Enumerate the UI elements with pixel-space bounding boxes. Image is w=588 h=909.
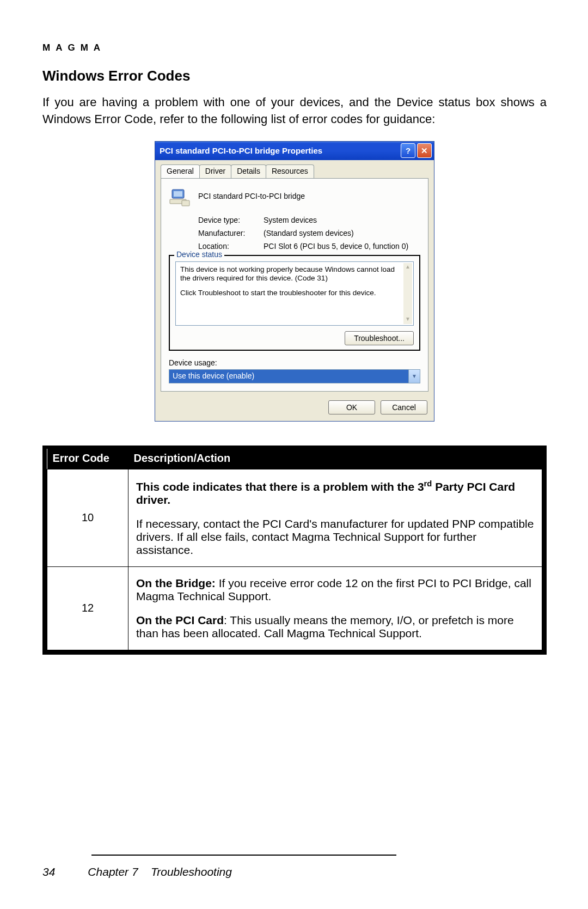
row1-sup: rd bbox=[424, 479, 432, 488]
status-line-2: Click Troubleshoot to start the troubles… bbox=[180, 289, 402, 298]
status-scrollbar[interactable]: ▲ ▼ bbox=[403, 263, 412, 324]
error-description: This code indicates that there is a prob… bbox=[128, 469, 542, 566]
col-error-code: Error Code bbox=[47, 449, 128, 469]
device-usage-value: Use this device (enable) bbox=[169, 370, 408, 383]
row2-b1-label: On the Bridge: bbox=[136, 577, 216, 589]
svg-rect-1 bbox=[174, 191, 182, 197]
chevron-down-icon: ▼ bbox=[408, 370, 420, 383]
tab-panel-general: PCI standard PCI-to-PCI bridge Device ty… bbox=[161, 178, 428, 392]
cancel-button[interactable]: Cancel bbox=[381, 400, 427, 414]
col-description: Description/Action bbox=[128, 449, 542, 469]
device-status-label: Device status bbox=[174, 250, 224, 259]
page-footer: 34 Chapter 7 Troubleshooting bbox=[42, 855, 547, 879]
device-icon bbox=[169, 185, 191, 207]
scroll-up-icon: ▲ bbox=[403, 263, 412, 272]
close-button[interactable]: ✕ bbox=[417, 143, 432, 158]
device-name: PCI standard PCI-to-PCI bridge bbox=[198, 192, 305, 200]
tab-general[interactable]: General bbox=[161, 164, 200, 178]
tab-resources[interactable]: Resources bbox=[266, 164, 314, 178]
page-number: 34 bbox=[42, 865, 55, 879]
device-status-text: This device is not working properly beca… bbox=[175, 261, 414, 326]
tabs-row: General Driver Details Resources bbox=[155, 160, 434, 178]
row1-bold-a: This code indicates that there is a prob… bbox=[136, 480, 424, 493]
error-code-value: 12 bbox=[47, 566, 128, 650]
close-icon: ✕ bbox=[421, 146, 428, 156]
scroll-down-icon: ▼ bbox=[403, 315, 412, 324]
device-status-group: Device status This device is not working… bbox=[169, 255, 420, 351]
brand-header: MAGMA bbox=[42, 42, 547, 53]
dialog-title: PCI standard PCI-to-PCI bridge Propertie… bbox=[160, 146, 399, 155]
error-code-table: Error Code Description/Action 10 This co… bbox=[42, 446, 547, 655]
table-row: 10 This code indicates that there is a p… bbox=[47, 469, 542, 566]
error-description: On the Bridge: If you receive error code… bbox=[128, 566, 542, 650]
dialog-titlebar: PCI standard PCI-to-PCI bridge Propertie… bbox=[155, 142, 434, 160]
device-type-label: Device type: bbox=[198, 216, 264, 224]
device-usage-select[interactable]: Use this device (enable) ▼ bbox=[169, 369, 420, 383]
row2-b2-label: On the PCI Card bbox=[136, 614, 224, 626]
manufacturer-label: Manufacturer: bbox=[198, 229, 264, 237]
device-usage-label: Device usage: bbox=[169, 358, 420, 367]
footer-chapter: Chapter 7 Troubleshooting bbox=[88, 865, 232, 879]
manufacturer-value: (Standard system devices) bbox=[264, 229, 420, 237]
tab-driver[interactable]: Driver bbox=[199, 164, 231, 178]
help-icon: ? bbox=[406, 146, 411, 155]
device-type-value: System devices bbox=[264, 216, 420, 224]
location-label: Location: bbox=[198, 242, 264, 251]
svg-rect-3 bbox=[182, 200, 189, 206]
help-button[interactable]: ? bbox=[401, 143, 415, 158]
table-row: 12 On the Bridge: If you receive error c… bbox=[47, 566, 542, 650]
section-title: Windows Error Codes bbox=[42, 68, 547, 84]
location-value: PCI Slot 6 (PCI bus 5, device 0, functio… bbox=[264, 242, 420, 251]
error-code-value: 10 bbox=[47, 469, 128, 566]
row1-body: If necessary, contact the PCI Card's man… bbox=[136, 517, 534, 557]
intro-paragraph: If you are having a problem with one of … bbox=[42, 94, 547, 128]
ok-button[interactable]: OK bbox=[328, 400, 375, 414]
troubleshoot-button[interactable]: Troubleshoot... bbox=[345, 331, 414, 345]
tab-details[interactable]: Details bbox=[231, 164, 266, 178]
status-line-1: This device is not working properly beca… bbox=[180, 265, 402, 284]
footer-rule bbox=[91, 855, 396, 856]
properties-dialog: PCI standard PCI-to-PCI bridge Propertie… bbox=[155, 141, 434, 422]
